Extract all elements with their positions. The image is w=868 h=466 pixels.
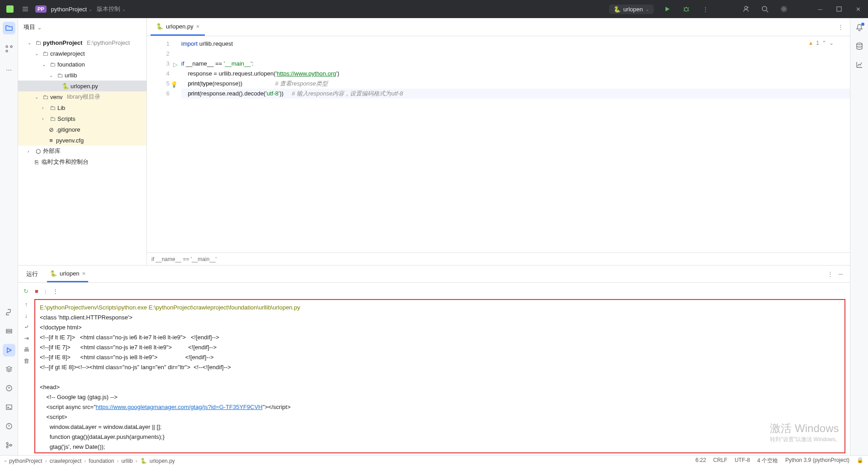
run-left-rail: ↑ ↓ ⤶ ⇥ 🖶 🗑 bbox=[18, 299, 34, 455]
tree-path: E:\pythonProject bbox=[87, 39, 130, 46]
python-packages-icon[interactable] bbox=[3, 306, 15, 319]
run-tab[interactable]: 运行 bbox=[24, 266, 41, 282]
sciview-icon[interactable] bbox=[855, 61, 863, 70]
more-tool-icon[interactable]: ⋯ bbox=[3, 63, 15, 76]
vcs-dropdown[interactable]: 版本控制 ⌄ bbox=[97, 5, 126, 13]
crumb-item[interactable]: foundation bbox=[89, 458, 114, 464]
code-with-me-icon[interactable] bbox=[741, 4, 751, 14]
run-button[interactable] bbox=[662, 4, 673, 14]
more-actions-icon[interactable]: ⋮ bbox=[700, 4, 711, 14]
project-dropdown[interactable]: pythonProject ⌄ bbox=[51, 6, 93, 13]
folder-icon: 🗀 bbox=[42, 93, 49, 100]
rerun-icon[interactable]: ↻ bbox=[24, 288, 28, 295]
problems-count: 1 bbox=[816, 40, 819, 46]
clear-icon[interactable]: 🗑 bbox=[24, 357, 29, 364]
layers-icon[interactable] bbox=[3, 363, 15, 376]
tree-item[interactable]: ⌄ 🗀 venv library根目录 bbox=[18, 91, 146, 102]
tree-item[interactable]: ⌄ 🗀 foundation bbox=[18, 59, 146, 70]
scroll-up-icon[interactable]: ↑ bbox=[25, 301, 28, 308]
project-name: pythonProject bbox=[51, 6, 87, 13]
editor-breadcrumb[interactable]: if __name__ == '__main__' bbox=[147, 252, 850, 265]
left-tool-rail: ⋯ bbox=[0, 18, 18, 76]
tree-item[interactable]: › 🗀 Scripts bbox=[18, 113, 146, 124]
tree-item[interactable]: › ⬡ 外部库 bbox=[18, 146, 146, 157]
run-toolbar-more-icon[interactable]: ⋮ bbox=[52, 288, 58, 295]
indent[interactable]: 4 个空格 bbox=[757, 457, 778, 465]
warning-icon: ▲ bbox=[808, 40, 813, 46]
cursor-position[interactable]: 6:22 bbox=[695, 457, 706, 465]
soft-wrap-icon[interactable]: ⤶ bbox=[24, 323, 29, 330]
editor-tabs: 🐍 urlopen.py × ⋮ bbox=[147, 18, 850, 36]
build-icon[interactable] bbox=[3, 382, 15, 395]
tree-item[interactable]: › 🗀 Lib bbox=[18, 102, 146, 113]
run-config-selector[interactable]: 🐍 urlopen ⌄ bbox=[609, 5, 654, 14]
collapse-icon: › bbox=[28, 149, 33, 154]
settings-icon[interactable] bbox=[778, 4, 789, 14]
minimize-icon[interactable]: ─ bbox=[815, 4, 826, 14]
tree-item[interactable]: ⎘ 临时文件和控制台 bbox=[18, 157, 146, 167]
tree-label: .gitignore bbox=[56, 126, 80, 133]
tree-item[interactable]: ≡ pyvenv.cfg bbox=[18, 135, 146, 146]
project-panel-header[interactable]: 项目 ⌄ bbox=[18, 18, 146, 36]
line-sep[interactable]: CRLF bbox=[713, 457, 727, 465]
svg-point-4 bbox=[762, 6, 767, 11]
line-number: 5 bbox=[166, 80, 170, 87]
run-panel-minimize-icon[interactable]: ─ bbox=[839, 271, 843, 277]
gutter-bulb-icon[interactable]: 💡 bbox=[170, 80, 178, 90]
problems-badge[interactable]: ▲ 1 ⌃ ⌄ bbox=[808, 40, 834, 46]
app-logo-icon[interactable] bbox=[5, 4, 15, 14]
tree-item-selected[interactable]: 🐍 urlopen.py bbox=[18, 81, 146, 91]
crumb-item[interactable]: pythonProject bbox=[9, 458, 42, 464]
line-number: 6 bbox=[147, 89, 170, 99]
close-icon[interactable]: ✕ bbox=[853, 4, 863, 14]
breadcrumb[interactable]: ▫ pythonProject› crawleproject› foundati… bbox=[5, 458, 175, 464]
crumb-item[interactable]: urlopen.py bbox=[150, 458, 175, 464]
svg-point-8 bbox=[10, 46, 12, 48]
readonly-icon[interactable]: 🔒 bbox=[857, 457, 863, 465]
print-icon[interactable]: 🖶 bbox=[24, 346, 29, 353]
tree-item[interactable]: ⌄ 🗀 urllib bbox=[18, 70, 146, 81]
notifications-icon[interactable] bbox=[855, 24, 863, 33]
interpreter[interactable]: Python 3.9 (pythonProject) bbox=[785, 457, 849, 465]
scroll-to-end-icon[interactable]: ⇥ bbox=[24, 335, 29, 342]
tree-label: Lib bbox=[57, 105, 65, 111]
search-icon[interactable] bbox=[760, 4, 770, 14]
run-tool-icon[interactable] bbox=[3, 344, 15, 357]
run-panel-more-icon[interactable]: ⋮ bbox=[827, 271, 833, 277]
expand-icon: ⌄ bbox=[42, 62, 47, 67]
up-icon[interactable]: ⌃ bbox=[822, 40, 826, 46]
services-icon[interactable] bbox=[3, 325, 15, 338]
main-menu-icon[interactable] bbox=[20, 4, 31, 14]
console-output[interactable]: E:\pythonProject\venv\Scripts\python.exe… bbox=[34, 299, 845, 453]
gutter-run-icon[interactable]: ▷ bbox=[173, 60, 178, 70]
structure-tool-icon[interactable] bbox=[3, 43, 15, 55]
encoding[interactable]: UTF-8 bbox=[735, 457, 750, 465]
svg-rect-1 bbox=[6, 5, 14, 13]
code-area[interactable]: import urllib.request if __name__ == '__… bbox=[174, 36, 850, 252]
console-line: gtag('js', new Date()); bbox=[40, 443, 105, 450]
run-tab-config[interactable]: 🐍 urlopen × bbox=[47, 266, 88, 282]
tree-item[interactable]: ⌄ 🗀 crawleproject bbox=[18, 48, 146, 59]
console-line: <!doctype html> bbox=[40, 324, 82, 331]
python-icon: 🐍 bbox=[613, 6, 621, 13]
crumb-item[interactable]: urllib bbox=[121, 458, 132, 464]
console-link[interactable]: https://www.googletagmanager.com/gtag/js… bbox=[96, 404, 263, 410]
editor-more-icon[interactable]: ⋮ bbox=[838, 24, 844, 30]
tree-root[interactable]: ⌄ 🗀 pythonProject E:\pythonProject bbox=[18, 37, 146, 48]
editor-body[interactable]: 1 2 ▷3 4 💡5 6 import urllib.request if _… bbox=[147, 36, 850, 252]
project-tool-icon[interactable] bbox=[3, 22, 15, 34]
scroll-down-icon[interactable]: ↓ bbox=[25, 312, 28, 319]
tree-item[interactable]: ⊘ .gitignore bbox=[18, 124, 146, 135]
close-tab-icon[interactable]: × bbox=[196, 23, 200, 30]
crumb-item[interactable]: crawleproject bbox=[50, 458, 82, 464]
problems-icon[interactable] bbox=[3, 420, 15, 433]
database-icon[interactable] bbox=[855, 42, 863, 52]
down-icon[interactable]: ⌄ bbox=[829, 40, 834, 46]
editor-tab[interactable]: 🐍 urlopen.py × bbox=[151, 18, 205, 36]
close-tab-icon[interactable]: × bbox=[82, 270, 85, 277]
debug-button[interactable] bbox=[681, 4, 692, 14]
maximize-icon[interactable] bbox=[834, 4, 844, 14]
terminal-icon[interactable] bbox=[3, 401, 15, 414]
vcs-tool-icon[interactable] bbox=[3, 439, 15, 452]
stop-icon[interactable]: ■ bbox=[35, 288, 38, 295]
